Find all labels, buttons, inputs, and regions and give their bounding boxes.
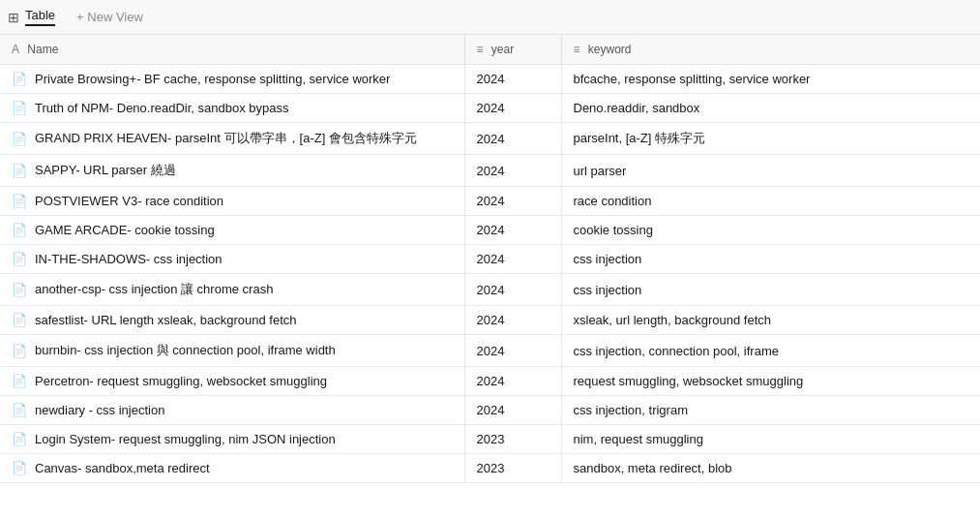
cell-year: 2023 (464, 454, 561, 483)
cell-name-text: GRAND PRIX HEAVEN- parseInt 可以帶字串，[a-Z] … (35, 130, 417, 147)
cell-year: 2024 (464, 396, 561, 425)
cell-name: 📄SAPPY- URL parser 繞過 (0, 155, 464, 187)
cell-keyword: sandbox, meta redirect, blob (561, 454, 980, 483)
row-doc-icon: 📄 (12, 223, 27, 237)
row-doc-icon: 📄 (12, 283, 27, 297)
table-header: A Name ≡ year ≡ keyword (0, 35, 980, 65)
table-icon: ⊞ (8, 10, 19, 25)
cell-name: 📄Private Browsing+- BF cache, response s… (0, 65, 464, 94)
cell-name: 📄newdiary - css injection (0, 396, 464, 425)
cell-name-text: another-csp- css injection 讓 chrome cras… (35, 281, 273, 298)
row-doc-icon: 📄 (12, 313, 27, 327)
row-doc-icon: 📄 (12, 164, 27, 178)
cell-keyword: request smuggling, websocket smuggling (561, 367, 980, 396)
table-row[interactable]: 📄safestlist- URL length xsleak, backgrou… (0, 306, 980, 335)
cell-keyword: Deno.readdir, sandbox (561, 94, 980, 123)
cell-keyword: cookie tossing (561, 216, 980, 245)
col-header-keyword[interactable]: ≡ keyword (561, 35, 980, 65)
cell-name: 📄IN-THE-SHADOWS- css injection (0, 245, 464, 274)
cell-name: 📄POSTVIEWER V3- race condition (0, 187, 464, 216)
cell-keyword: parseInt, [a-Z] 特殊字元 (561, 123, 980, 155)
cell-keyword: css injection (561, 245, 980, 274)
col-year-icon: ≡ (477, 43, 484, 56)
tab-table[interactable]: Table (25, 8, 55, 26)
table-row[interactable]: 📄Percetron- request smuggling, websocket… (0, 367, 980, 396)
row-doc-icon: 📄 (12, 101, 27, 115)
cell-name: 📄GRAND PRIX HEAVEN- parseInt 可以帶字串，[a-Z]… (0, 123, 464, 155)
table-row[interactable]: 📄Truth of NPM- Deno.readDir, sandbox byp… (0, 94, 980, 123)
row-doc-icon: 📄 (12, 461, 27, 475)
cell-name-text: Private Browsing+- BF cache, response sp… (35, 72, 390, 86)
cell-name: 📄another-csp- css injection 讓 chrome cra… (0, 274, 464, 306)
tab-bar: ⊞ Table + New View (0, 0, 980, 35)
row-doc-icon: 📄 (12, 403, 27, 417)
table-row[interactable]: 📄SAPPY- URL parser 繞過2024url parser (0, 155, 980, 187)
cell-name: 📄safestlist- URL length xsleak, backgrou… (0, 306, 464, 335)
cell-year: 2024 (464, 367, 561, 396)
col-header-name[interactable]: A Name (0, 35, 464, 65)
cell-keyword: css injection (561, 274, 980, 306)
table-row[interactable]: 📄GRAND PRIX HEAVEN- parseInt 可以帶字串，[a-Z]… (0, 123, 980, 155)
cell-name-text: GAME ARCADE- cookie tossing (35, 223, 215, 237)
cell-name: 📄burnbin- css injection 與 connection poo… (0, 335, 464, 367)
row-doc-icon: 📄 (12, 72, 27, 86)
cell-keyword: xsleak, url length, background fetch (561, 306, 980, 335)
table-row[interactable]: 📄another-csp- css injection 讓 chrome cra… (0, 274, 980, 306)
cell-year: 2024 (464, 187, 561, 216)
cell-name: 📄Truth of NPM- Deno.readDir, sandbox byp… (0, 94, 464, 123)
cell-year: 2024 (464, 335, 561, 367)
cell-name-text: safestlist- URL length xsleak, backgroun… (35, 313, 297, 327)
cell-year: 2024 (464, 245, 561, 274)
cell-name-text: Truth of NPM- Deno.readDir, sandbox bypa… (35, 101, 289, 115)
col-keyword-label: keyword (588, 43, 632, 56)
cell-year: 2024 (464, 155, 561, 187)
table-row[interactable]: 📄newdiary - css injection2024css injecti… (0, 396, 980, 425)
table-row[interactable]: 📄POSTVIEWER V3- race condition2024race c… (0, 187, 980, 216)
table-row[interactable]: 📄Login System- request smuggling, nim JS… (0, 425, 980, 454)
cell-keyword: race condition (561, 187, 980, 216)
row-doc-icon: 📄 (12, 194, 27, 208)
cell-name-text: Canvas- sandbox,meta redirect (35, 461, 210, 475)
row-doc-icon: 📄 (12, 252, 27, 266)
col-name-label: Name (27, 43, 58, 56)
cell-name-text: newdiary - css injection (35, 403, 164, 417)
col-keyword-icon: ≡ (574, 43, 580, 56)
table-row[interactable]: 📄GAME ARCADE- cookie tossing2024cookie t… (0, 216, 980, 245)
new-view-button[interactable]: + New View (71, 6, 149, 28)
cell-year: 2024 (464, 65, 561, 94)
cell-year: 2024 (464, 94, 561, 123)
row-doc-icon: 📄 (12, 432, 27, 446)
cell-name-text: POSTVIEWER V3- race condition (35, 194, 223, 208)
cell-keyword: nim, request smuggling (561, 425, 980, 454)
data-table: A Name ≡ year ≡ keyword 📄Private Browsin… (0, 35, 980, 483)
row-doc-icon: 📄 (12, 374, 27, 388)
table-body: 📄Private Browsing+- BF cache, response s… (0, 65, 980, 483)
cell-name: 📄Login System- request smuggling, nim JS… (0, 425, 464, 454)
cell-name: 📄Canvas- sandbox,meta redirect (0, 454, 464, 483)
cell-keyword: bfcache, response splitting, service wor… (561, 65, 980, 94)
cell-year: 2023 (464, 425, 561, 454)
table-row[interactable]: 📄Canvas- sandbox,meta redirect2023sandbo… (0, 454, 980, 483)
cell-year: 2024 (464, 274, 561, 306)
cell-keyword: css injection, trigram (561, 396, 980, 425)
cell-keyword: url parser (561, 155, 980, 187)
cell-year: 2024 (464, 306, 561, 335)
col-header-year[interactable]: ≡ year (464, 35, 561, 65)
cell-year: 2024 (464, 216, 561, 245)
cell-name-text: Login System- request smuggling, nim JSO… (35, 432, 336, 446)
cell-name-text: burnbin- css injection 與 connection pool… (35, 342, 336, 359)
table-row[interactable]: 📄Private Browsing+- BF cache, response s… (0, 65, 980, 94)
cell-keyword: css injection, connection pool, iframe (561, 335, 980, 367)
cell-name-text: IN-THE-SHADOWS- css injection (35, 252, 223, 266)
table-row[interactable]: 📄burnbin- css injection 與 connection poo… (0, 335, 980, 367)
row-doc-icon: 📄 (12, 132, 27, 146)
col-name-icon: A (12, 43, 19, 56)
table-row[interactable]: 📄IN-THE-SHADOWS- css injection2024css in… (0, 245, 980, 274)
cell-name-text: SAPPY- URL parser 繞過 (35, 162, 176, 179)
cell-name: 📄Percetron- request smuggling, websocket… (0, 367, 464, 396)
col-year-label: year (491, 43, 514, 56)
row-doc-icon: 📄 (12, 344, 27, 358)
cell-name-text: Percetron- request smuggling, websocket … (35, 374, 327, 388)
cell-name: 📄GAME ARCADE- cookie tossing (0, 216, 464, 245)
cell-year: 2024 (464, 123, 561, 155)
